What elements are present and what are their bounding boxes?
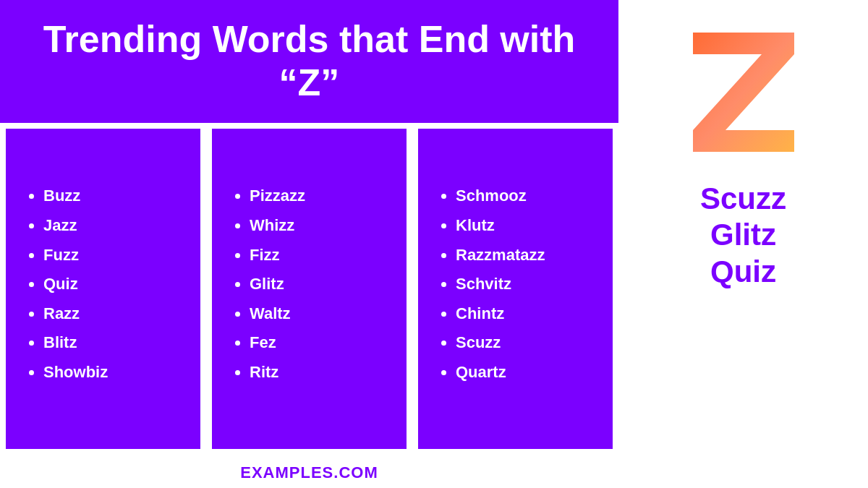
page-title: Trending Words that End with “Z” bbox=[23, 18, 595, 105]
list-item: Showbiz bbox=[43, 362, 180, 383]
right-section: Scuzz Glitz Quiz bbox=[618, 0, 868, 488]
featured-word-3: Quiz bbox=[700, 254, 786, 290]
list-item: Blitz bbox=[43, 333, 180, 354]
list-item: Fizz bbox=[250, 245, 386, 266]
list-item: Schvitz bbox=[456, 274, 592, 295]
list-item: Quartz bbox=[456, 362, 592, 383]
word-column-1: Buzz Jazz Fuzz Quiz Razz Blitz Showbiz bbox=[6, 129, 200, 449]
list-item: Buzz bbox=[43, 186, 180, 207]
header-banner: Trending Words that End with “Z” bbox=[0, 0, 618, 123]
list-item: Jazz bbox=[43, 215, 180, 236]
columns-area: Buzz Jazz Fuzz Quiz Razz Blitz Showbiz P… bbox=[0, 123, 618, 455]
word-column-2: Pizzazz Whizz Fizz Glitz Waltz Fez Ritz bbox=[212, 129, 407, 449]
word-list-2: Pizzazz Whizz Fizz Glitz Waltz Fez Ritz bbox=[235, 186, 386, 391]
list-item: Chintz bbox=[456, 304, 592, 325]
list-item: Schmooz bbox=[456, 186, 592, 207]
list-item: Whizz bbox=[250, 215, 386, 236]
list-item: Scuzz bbox=[456, 333, 592, 354]
word-list-3: Schmooz Klutz Razzmatazz Schvitz Chintz … bbox=[441, 186, 592, 391]
trending-words: Scuzz Glitz Quiz bbox=[700, 181, 786, 290]
footer-site: EXAMPLES.COM bbox=[0, 455, 618, 488]
z-logo bbox=[678, 14, 809, 166]
list-item: Ritz bbox=[250, 362, 386, 383]
list-item: Fez bbox=[250, 333, 386, 354]
list-item: Glitz bbox=[250, 274, 386, 295]
list-item: Fuzz bbox=[43, 245, 180, 266]
list-item: Pizzazz bbox=[250, 186, 386, 207]
featured-word-2: Glitz bbox=[700, 217, 786, 253]
list-item: Razz bbox=[43, 304, 180, 325]
word-list-1: Buzz Jazz Fuzz Quiz Razz Blitz Showbiz bbox=[29, 186, 180, 391]
list-item: Klutz bbox=[456, 215, 592, 236]
list-item: Waltz bbox=[250, 304, 386, 325]
word-column-3: Schmooz Klutz Razzmatazz Schvitz Chintz … bbox=[418, 129, 613, 449]
list-item: Quiz bbox=[43, 274, 180, 295]
list-item: Razzmatazz bbox=[456, 245, 592, 266]
featured-word-1: Scuzz bbox=[700, 181, 786, 217]
